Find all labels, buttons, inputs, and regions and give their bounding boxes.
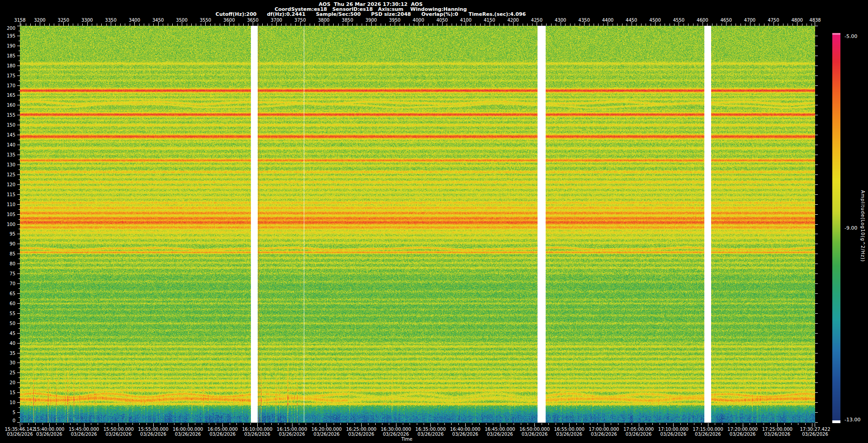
frequency-tick-label: 70 — [0, 281, 15, 286]
tick-mark — [764, 423, 764, 425]
tick-mark — [674, 24, 675, 26]
tick-mark — [19, 100, 20, 100]
frequency-tick-label: 95 — [0, 231, 15, 236]
tick-mark — [132, 423, 133, 425]
tick-mark — [17, 333, 20, 334]
frequency-tick-label: 135 — [0, 152, 15, 157]
record-tick-label: 4250 — [531, 18, 542, 23]
record-tick-label: 3900 — [365, 18, 377, 23]
tick-mark — [693, 24, 693, 26]
tick-mark — [815, 66, 818, 66]
record-tick-label: 4700 — [744, 18, 755, 23]
tick-mark — [313, 423, 313, 425]
tick-mark — [389, 423, 389, 425]
tick-mark — [19, 219, 20, 220]
tick-mark — [49, 423, 50, 427]
tick-mark — [347, 423, 348, 425]
tick-mark — [17, 254, 20, 254]
tick-mark — [17, 343, 20, 344]
tick-mark — [729, 423, 729, 425]
tick-mark — [500, 423, 500, 427]
tick-mark — [329, 24, 329, 26]
tick-mark — [815, 423, 815, 427]
tick-mark — [534, 423, 535, 427]
tick-mark — [19, 209, 20, 210]
tick-mark — [19, 41, 20, 41]
time-tick-label: 16:00:00.00003/26/2026 — [173, 427, 203, 437]
tick-mark — [144, 24, 144, 26]
tick-mark — [815, 402, 818, 403]
tick-mark — [202, 423, 202, 425]
tick-mark — [546, 24, 547, 26]
tick-mark — [19, 298, 20, 299]
tick-mark — [368, 423, 368, 425]
frequency-tick-label: 170 — [0, 83, 15, 88]
tick-mark — [688, 24, 689, 26]
tick-mark — [403, 423, 403, 425]
tick-mark — [715, 423, 715, 425]
record-tick-label: 4838 — [809, 18, 821, 23]
tick-mark — [777, 423, 778, 427]
tick-mark — [222, 423, 223, 427]
time-start-label: 15:35:46.14203/26/2026 — [5, 427, 35, 437]
tick-mark — [527, 24, 528, 26]
tick-mark — [651, 24, 651, 26]
tick-mark — [604, 423, 604, 427]
tick-mark — [603, 24, 604, 26]
tick-mark — [485, 24, 485, 26]
tick-mark — [815, 333, 818, 334]
tick-mark — [35, 423, 36, 425]
tick-mark — [59, 24, 59, 26]
tick-mark — [509, 24, 509, 26]
tick-mark — [815, 372, 818, 373]
spectrogram-canvas[interactable] — [20, 26, 815, 423]
tick-mark — [528, 423, 528, 425]
tick-mark — [438, 423, 438, 425]
tick-mark — [126, 423, 126, 425]
tick-mark — [319, 24, 320, 26]
frequency-tick-label: 55 — [0, 311, 15, 316]
frequency-tick-label: 185 — [0, 53, 15, 58]
tick-mark — [17, 244, 20, 244]
tick-mark — [19, 150, 20, 150]
tick-mark — [594, 24, 594, 26]
tick-mark — [622, 24, 623, 26]
tick-mark — [793, 24, 793, 26]
tick-mark — [465, 423, 466, 427]
tick-mark — [409, 24, 410, 26]
record-tick-label: 3300 — [81, 18, 93, 23]
tick-mark — [26, 24, 26, 26]
frequency-tick-label: 155 — [0, 113, 15, 118]
tick-mark — [375, 423, 376, 425]
tick-mark — [84, 423, 85, 427]
colorbar-mid-label: -9.00 — [844, 225, 857, 231]
tick-mark — [815, 234, 818, 234]
tick-mark — [461, 24, 462, 26]
tick-mark — [19, 368, 20, 368]
tick-mark — [139, 24, 140, 26]
tick-mark — [385, 24, 386, 26]
tick-mark — [701, 423, 702, 425]
frequency-tick-label: 105 — [0, 212, 15, 217]
tick-mark — [17, 224, 20, 225]
record-tick-label: 4450 — [626, 18, 637, 23]
tick-mark — [770, 423, 771, 425]
time-tick-label: 15:55:00.00003/26/2026 — [138, 427, 168, 437]
tick-mark — [788, 24, 788, 26]
tick-mark — [815, 264, 818, 264]
tick-mark — [639, 423, 639, 427]
tick-mark — [17, 85, 20, 86]
tick-mark — [400, 24, 400, 26]
tick-mark — [673, 423, 674, 427]
tick-mark — [694, 423, 694, 425]
tick-mark — [291, 24, 291, 26]
record-tick-label: 3350 — [105, 18, 116, 23]
tick-mark — [815, 343, 818, 344]
tick-mark — [17, 273, 20, 274]
record-tick-label: 3800 — [318, 18, 329, 23]
tick-mark — [163, 24, 163, 26]
tick-mark — [19, 120, 20, 120]
tick-mark — [234, 24, 234, 26]
tick-mark — [444, 423, 445, 425]
tick-mark — [815, 293, 818, 294]
